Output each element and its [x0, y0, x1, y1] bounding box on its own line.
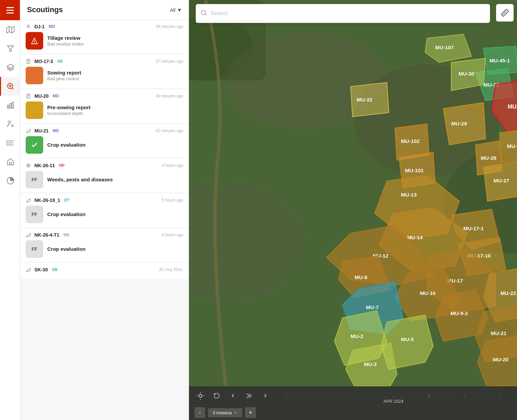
scoutings-list: Scoutings All ▼ DJ-1 MD: [20, 0, 189, 420]
scouting-meta: MO-17-3 SB 37 minutes ago: [26, 59, 183, 64]
svg-marker-0: [7, 26, 14, 33]
scouting-card-info: Sowing report Bad pest control: [47, 70, 183, 81]
filter-icon: [6, 44, 15, 53]
svg-point-132: [199, 394, 202, 397]
svg-text:MU-32: MU-32: [357, 97, 373, 102]
clipboard-icon: [26, 59, 31, 64]
ruler-button[interactable]: [496, 4, 514, 22]
svg-text:MU-20: MU-20: [493, 357, 509, 362]
icon-sidebar: [0, 0, 20, 420]
svg-point-19: [6, 145, 7, 146]
svg-point-24: [27, 25, 29, 27]
avatar-icon: [26, 24, 31, 29]
scouting-color-box: [26, 136, 43, 154]
svg-text:MU-22: MU-22: [500, 290, 516, 296]
analytics-icon: [6, 101, 15, 109]
svg-text:MU-36: MU-36: [508, 103, 517, 110]
menu-button[interactable]: [0, 0, 20, 20]
svg-text:MU-28: MU-28: [481, 155, 496, 161]
svg-text:MU-17-1: MU-17-1: [463, 226, 484, 231]
sidebar-item-filter[interactable]: [0, 39, 20, 58]
svg-point-6: [9, 85, 11, 87]
svg-rect-8: [7, 105, 9, 108]
scouting-icon: [6, 82, 15, 90]
bug-icon: [26, 163, 31, 168]
scouting-card: FF Weeds, pests and diseases: [26, 171, 183, 188]
scouting-meta: DJ-1 MD 34 minutes ago: [26, 24, 183, 29]
scoutings-filter-button[interactable]: All ▼: [170, 7, 182, 13]
scouting-item[interactable]: MU-21 MD 42 minutes ago Crop evaluation: [20, 124, 189, 158]
zoom-in-button[interactable]: +: [245, 407, 256, 418]
scouting-meta: NK-26-19_1 DT 5 hours ago: [26, 198, 183, 203]
scouting-card-info: Weeds, pests and diseases: [47, 177, 183, 183]
scouting-meta: SK-30 SB 30. maj 2024.: [26, 267, 183, 272]
clipboard-icon: [26, 93, 31, 99]
sidebar-item-map[interactable]: [0, 20, 20, 39]
scouting-item[interactable]: NK-26-11 NP 4 hours ago FF Weeds, pests …: [20, 159, 189, 193]
scoutings-items: DJ-1 MD 34 minutes ago Tillage review Ba…: [20, 20, 189, 420]
svg-text:MU-29: MU-29: [451, 121, 467, 126]
timeline-back-button[interactable]: [227, 390, 239, 402]
scouting-item[interactable]: MU-20 MD 40 minutes ago Pre-sowing repor…: [20, 89, 189, 123]
chevron-down-icon: ▼: [177, 7, 182, 13]
svg-text:MU-13: MU-13: [401, 192, 417, 198]
sidebar-item-farm[interactable]: [0, 152, 20, 171]
svg-text:MU-30: MU-30: [459, 71, 474, 77]
svg-line-41: [27, 166, 28, 167]
zoom-period-button[interactable]: 3 meseca: [208, 408, 242, 417]
svg-text:MU-7: MU-7: [366, 304, 379, 310]
timeline-skipforward-button[interactable]: [243, 390, 255, 402]
svg-line-40: [29, 164, 30, 165]
scouting-item[interactable]: NK-26-19_1 DT 5 hours ago FF Crop evalua…: [20, 193, 189, 228]
timeline-reset-button[interactable]: [211, 390, 223, 402]
map-area[interactable]: MU-49 MU-108 MU-107 MU-45-1 MU-35 MU-123: [189, 0, 517, 420]
sidebar-item-scouting[interactable]: [0, 77, 20, 96]
scouting-meta: MU-21 MD 42 minutes ago: [26, 128, 183, 133]
weather-icon[interactable]: [194, 390, 207, 402]
search-placeholder: Search: [211, 10, 485, 17]
zoom-out-button[interactable]: -: [194, 407, 205, 418]
scouting-card-info: Crop evaluation: [47, 142, 183, 148]
svg-text:MU-9-2: MU-9-2: [451, 310, 468, 316]
scouting-item[interactable]: NK-26-4-T1 NN 6 hours ago FF Crop evalua…: [20, 228, 189, 262]
layers-icon: [6, 63, 15, 71]
svg-text:MU-3: MU-3: [364, 361, 377, 367]
scouting-card-info: Crop evaluation: [47, 246, 183, 252]
scouting-color-box: [26, 101, 43, 119]
scouting-card: Crop evaluation: [26, 136, 183, 154]
search-icon: [200, 9, 207, 18]
sidebar-item-reports[interactable]: [0, 171, 20, 190]
farm-icon: [6, 158, 15, 166]
scoutings-title: Scoutings: [27, 5, 63, 14]
map-search-bar: Search: [196, 4, 490, 23]
scouting-card: FF Crop evaluation: [26, 206, 183, 223]
scouting-item[interactable]: DJ-1 MD 34 minutes ago Tillage review Ba…: [20, 20, 189, 54]
svg-text:MU-107: MU-107: [435, 44, 454, 50]
scouting-color-box: FF: [26, 206, 43, 223]
sidebar-item-layers[interactable]: [0, 58, 20, 77]
scouting-item[interactable]: SK-30 SB 30. maj 2024.: [20, 263, 189, 279]
scouting-color-box: FF: [26, 240, 43, 258]
ruler-icon: [500, 8, 509, 17]
svg-line-127: [205, 14, 207, 15]
scouting-color-box: [26, 67, 43, 84]
scouting-card-info: Crop evaluation: [47, 211, 183, 218]
scouting-meta: NK-26-4-T1 NN 6 hours ago: [26, 232, 183, 238]
timeline-forward-button[interactable]: [259, 390, 271, 402]
svg-text:MU-102: MU-102: [401, 138, 419, 144]
main-panel: Scoutings All ▼ DJ-1 MD: [20, 0, 517, 420]
search-input-wrapper[interactable]: Search: [196, 4, 490, 23]
sidebar-item-list[interactable]: [0, 133, 20, 152]
svg-text:MU-8: MU-8: [355, 274, 368, 280]
timeline-zoom-controls: - 3 meseca +: [189, 405, 517, 420]
timeline-controls: APR 2024: [189, 386, 517, 405]
hamburger-icon: [6, 7, 14, 13]
sidebar-item-tasks[interactable]: [0, 115, 20, 133]
scouting-meta: NK-26-11 NP 4 hours ago: [26, 163, 183, 168]
sidebar-item-analytics[interactable]: [0, 96, 20, 115]
svg-point-5: [7, 83, 13, 89]
scouting-item[interactable]: MO-17-3 SB 37 minutes ago Sowing report …: [20, 55, 189, 89]
list-icon: [6, 139, 15, 147]
scoutings-header: Scoutings All ▼: [20, 0, 189, 20]
svg-text:MU-5: MU-5: [401, 336, 414, 342]
